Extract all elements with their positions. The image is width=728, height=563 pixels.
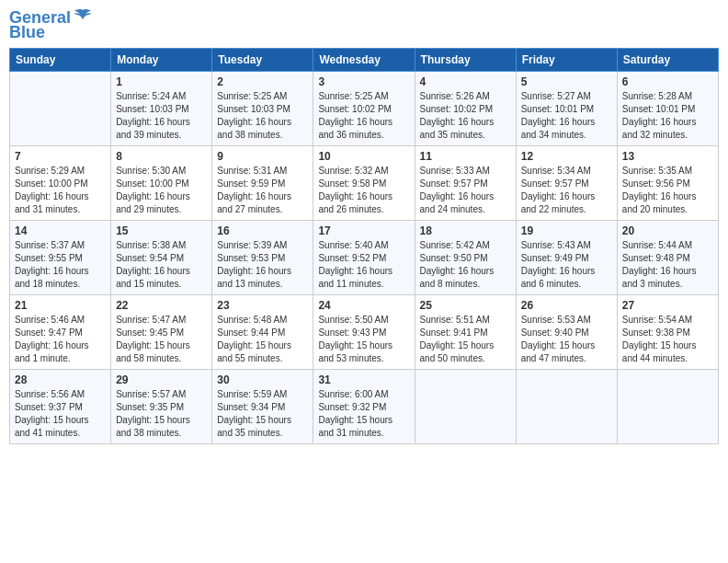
day-number: 30 (217, 373, 308, 386)
day-info: Sunrise: 5:32 AM Sunset: 9:58 PM Dayligh… (318, 165, 409, 216)
calendar-cell: 31Sunrise: 6:00 AM Sunset: 9:32 PM Dayli… (313, 369, 415, 443)
day-info: Sunrise: 5:37 AM Sunset: 9:55 PM Dayligh… (15, 239, 106, 291)
calendar-cell: 27Sunrise: 5:54 AM Sunset: 9:38 PM Dayli… (617, 294, 718, 369)
calendar-cell (415, 369, 516, 443)
calendar-cell: 13Sunrise: 5:35 AM Sunset: 9:56 PM Dayli… (617, 145, 718, 220)
day-info: Sunrise: 5:33 AM Sunset: 9:57 PM Dayligh… (420, 165, 511, 216)
day-info: Sunrise: 5:26 AM Sunset: 10:02 PM Daylig… (420, 90, 511, 142)
page-header: General Blue (9, 9, 719, 42)
day-number: 6 (622, 75, 713, 88)
day-info: Sunrise: 5:29 AM Sunset: 10:00 PM Daylig… (15, 165, 106, 216)
weekday-header-saturday: Saturday (617, 48, 718, 71)
weekday-header-sunday: Sunday (10, 48, 111, 71)
calendar-header: SundayMondayTuesdayWednesdayThursdayFrid… (10, 48, 719, 71)
calendar-cell: 15Sunrise: 5:38 AM Sunset: 9:54 PM Dayli… (111, 220, 212, 294)
day-info: Sunrise: 5:27 AM Sunset: 10:01 PM Daylig… (521, 90, 612, 142)
day-number: 9 (217, 150, 308, 163)
day-info: Sunrise: 5:50 AM Sunset: 9:43 PM Dayligh… (318, 314, 409, 365)
calendar-cell: 4Sunrise: 5:26 AM Sunset: 10:02 PM Dayli… (415, 71, 516, 145)
day-info: Sunrise: 5:25 AM Sunset: 10:02 PM Daylig… (318, 90, 409, 142)
calendar-cell (617, 369, 718, 443)
day-info: Sunrise: 5:51 AM Sunset: 9:41 PM Dayligh… (420, 314, 511, 365)
calendar-cell: 12Sunrise: 5:34 AM Sunset: 9:57 PM Dayli… (516, 145, 617, 220)
day-info: Sunrise: 5:43 AM Sunset: 9:49 PM Dayligh… (521, 239, 612, 291)
day-info: Sunrise: 5:24 AM Sunset: 10:03 PM Daylig… (116, 90, 207, 142)
weekday-header-row: SundayMondayTuesdayWednesdayThursdayFrid… (10, 48, 719, 71)
day-number: 26 (521, 299, 612, 312)
day-number: 12 (521, 150, 612, 163)
day-info: Sunrise: 5:48 AM Sunset: 9:44 PM Dayligh… (217, 314, 308, 365)
calendar-cell: 16Sunrise: 5:39 AM Sunset: 9:53 PM Dayli… (212, 220, 313, 294)
calendar-cell: 6Sunrise: 5:28 AM Sunset: 10:01 PM Dayli… (617, 71, 718, 145)
day-info: Sunrise: 5:28 AM Sunset: 10:01 PM Daylig… (622, 90, 713, 142)
calendar-cell: 18Sunrise: 5:42 AM Sunset: 9:50 PM Dayli… (415, 220, 516, 294)
calendar-cell: 20Sunrise: 5:44 AM Sunset: 9:48 PM Dayli… (617, 220, 718, 294)
calendar-cell: 22Sunrise: 5:47 AM Sunset: 9:45 PM Dayli… (111, 294, 212, 369)
logo-bird-icon (73, 6, 93, 27)
day-info: Sunrise: 6:00 AM Sunset: 9:32 PM Dayligh… (318, 388, 409, 440)
day-number: 18 (420, 224, 511, 237)
day-number: 1 (116, 75, 207, 88)
day-number: 27 (622, 299, 713, 312)
calendar-week-row: 21Sunrise: 5:46 AM Sunset: 9:47 PM Dayli… (10, 294, 719, 369)
day-number: 4 (420, 75, 511, 88)
calendar-cell: 1Sunrise: 5:24 AM Sunset: 10:03 PM Dayli… (111, 71, 212, 145)
day-number: 24 (318, 299, 409, 312)
day-number: 7 (15, 150, 106, 163)
day-info: Sunrise: 5:56 AM Sunset: 9:37 PM Dayligh… (15, 388, 106, 440)
calendar-cell: 24Sunrise: 5:50 AM Sunset: 9:43 PM Dayli… (313, 294, 415, 369)
day-number: 10 (318, 150, 409, 163)
logo: General Blue (9, 9, 93, 42)
calendar-cell (10, 71, 111, 145)
day-number: 2 (217, 75, 308, 88)
weekday-header-thursday: Thursday (415, 48, 516, 71)
day-number: 14 (15, 224, 106, 237)
day-info: Sunrise: 5:31 AM Sunset: 9:59 PM Dayligh… (217, 165, 308, 216)
calendar-body: 1Sunrise: 5:24 AM Sunset: 10:03 PM Dayli… (10, 71, 719, 443)
calendar-cell: 11Sunrise: 5:33 AM Sunset: 9:57 PM Dayli… (415, 145, 516, 220)
calendar-cell: 5Sunrise: 5:27 AM Sunset: 10:01 PM Dayli… (516, 71, 617, 145)
calendar-cell (516, 369, 617, 443)
calendar-week-row: 14Sunrise: 5:37 AM Sunset: 9:55 PM Dayli… (10, 220, 719, 294)
calendar-cell: 17Sunrise: 5:40 AM Sunset: 9:52 PM Dayli… (313, 220, 415, 294)
day-number: 29 (116, 373, 207, 386)
day-number: 8 (116, 150, 207, 163)
calendar-cell: 29Sunrise: 5:57 AM Sunset: 9:35 PM Dayli… (111, 369, 212, 443)
day-number: 25 (420, 299, 511, 312)
weekday-header-tuesday: Tuesday (212, 48, 313, 71)
weekday-header-friday: Friday (516, 48, 617, 71)
day-info: Sunrise: 5:34 AM Sunset: 9:57 PM Dayligh… (521, 165, 612, 216)
day-number: 20 (622, 224, 713, 237)
day-number: 19 (521, 224, 612, 237)
calendar-week-row: 1Sunrise: 5:24 AM Sunset: 10:03 PM Dayli… (10, 71, 719, 145)
calendar-cell: 3Sunrise: 5:25 AM Sunset: 10:02 PM Dayli… (313, 71, 415, 145)
calendar-cell: 23Sunrise: 5:48 AM Sunset: 9:44 PM Dayli… (212, 294, 313, 369)
weekday-header-wednesday: Wednesday (313, 48, 415, 71)
calendar-cell: 14Sunrise: 5:37 AM Sunset: 9:55 PM Dayli… (10, 220, 111, 294)
calendar-cell: 7Sunrise: 5:29 AM Sunset: 10:00 PM Dayli… (10, 145, 111, 220)
day-info: Sunrise: 5:46 AM Sunset: 9:47 PM Dayligh… (15, 314, 106, 365)
calendar-week-row: 7Sunrise: 5:29 AM Sunset: 10:00 PM Dayli… (10, 145, 719, 220)
day-info: Sunrise: 5:54 AM Sunset: 9:38 PM Dayligh… (622, 314, 713, 365)
day-number: 13 (622, 150, 713, 163)
day-number: 28 (15, 373, 106, 386)
calendar-cell: 30Sunrise: 5:59 AM Sunset: 9:34 PM Dayli… (212, 369, 313, 443)
day-info: Sunrise: 5:53 AM Sunset: 9:40 PM Dayligh… (521, 314, 612, 365)
calendar-cell: 28Sunrise: 5:56 AM Sunset: 9:37 PM Dayli… (10, 369, 111, 443)
weekday-header-monday: Monday (111, 48, 212, 71)
calendar-cell: 9Sunrise: 5:31 AM Sunset: 9:59 PM Daylig… (212, 145, 313, 220)
day-number: 15 (116, 224, 207, 237)
day-info: Sunrise: 5:59 AM Sunset: 9:34 PM Dayligh… (217, 388, 308, 440)
day-number: 3 (318, 75, 409, 88)
calendar-cell: 26Sunrise: 5:53 AM Sunset: 9:40 PM Dayli… (516, 294, 617, 369)
day-number: 23 (217, 299, 308, 312)
day-info: Sunrise: 5:30 AM Sunset: 10:00 PM Daylig… (116, 165, 207, 216)
day-number: 5 (521, 75, 612, 88)
day-info: Sunrise: 5:40 AM Sunset: 9:52 PM Dayligh… (318, 239, 409, 291)
day-info: Sunrise: 5:44 AM Sunset: 9:48 PM Dayligh… (622, 239, 713, 291)
logo-blue: Blue (9, 24, 45, 42)
day-info: Sunrise: 5:38 AM Sunset: 9:54 PM Dayligh… (116, 239, 207, 291)
day-info: Sunrise: 5:35 AM Sunset: 9:56 PM Dayligh… (622, 165, 713, 216)
calendar-week-row: 28Sunrise: 5:56 AM Sunset: 9:37 PM Dayli… (10, 369, 719, 443)
calendar-table: SundayMondayTuesdayWednesdayThursdayFrid… (9, 48, 719, 444)
